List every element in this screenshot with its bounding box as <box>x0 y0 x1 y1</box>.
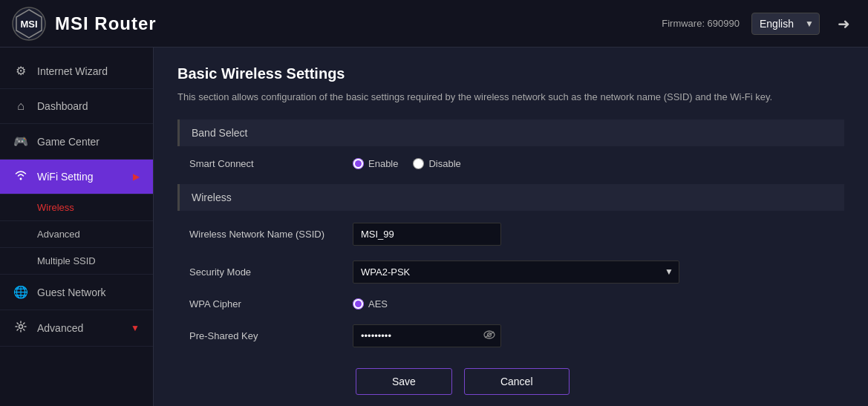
password-wrapper <box>353 324 501 347</box>
sidebar-label-guest-network: Guest Network <box>37 287 140 298</box>
dashboard-icon: ⌂ <box>13 99 28 113</box>
disable-label: Disable <box>428 158 460 169</box>
sidebar-label-wifi-setting: WiFi Setting <box>37 171 124 183</box>
disable-radio[interactable] <box>413 158 424 169</box>
security-mode-row: Security Mode WPA2-PSK WPA-PSK WEP None … <box>177 261 844 284</box>
language-dropdown[interactable]: English Chinese Spanish French <box>751 13 820 35</box>
header-right: Firmware: 690990 English Chinese Spanish… <box>662 12 856 36</box>
logout-icon: ➜ <box>838 16 850 32</box>
security-mode-select-wrapper: WPA2-PSK WPA-PSK WEP None ▼ <box>353 261 679 284</box>
sidebar: ⚙ Internet Wizard ⌂ Dashboard 🎮 Game Cen… <box>0 48 154 406</box>
wpa-cipher-radio-group: AES <box>353 298 388 310</box>
sidebar-item-internet-wizard[interactable]: ⚙ Internet Wizard <box>0 53 153 89</box>
firmware-label: Firmware: 690990 <box>662 18 740 29</box>
security-mode-select[interactable]: WPA2-PSK WPA-PSK WEP None <box>353 261 679 284</box>
enable-radio-label[interactable]: Enable <box>353 158 398 169</box>
msi-logo: MSI <box>12 7 46 41</box>
save-button[interactable]: Save <box>356 368 452 395</box>
svg-text:MSI: MSI <box>20 19 37 30</box>
logout-button[interactable]: ➜ <box>832 12 856 36</box>
advanced-chevron-icon: ▼ <box>131 323 140 333</box>
sidebar-subitem-multiple-ssid[interactable]: Multiple SSID <box>0 248 153 275</box>
pre-shared-key-label: Pre-Shared Key <box>189 330 353 341</box>
sidebar-label-internet-wizard: Internet Wizard <box>37 65 140 77</box>
password-input[interactable] <box>353 324 501 347</box>
band-select-section-header: Band Select <box>177 119 844 146</box>
logo: MSI MSI Router <box>12 7 157 41</box>
toggle-password-icon[interactable] <box>483 330 495 341</box>
main-layout: ⚙ Internet Wizard ⌂ Dashboard 🎮 Game Cen… <box>0 48 868 406</box>
ssid-label: Wireless Network Name (SSID) <box>189 229 353 240</box>
sidebar-label-game-center: Game Center <box>37 136 140 148</box>
sidebar-item-wifi-setting[interactable]: WiFi Setting ▶ <box>0 160 153 194</box>
sidebar-label-advanced: Advanced <box>37 322 122 334</box>
sidebar-item-advanced[interactable]: Advanced ▼ <box>0 310 153 347</box>
aes-radio[interactable] <box>353 298 364 310</box>
ssid-control <box>353 223 832 246</box>
language-selector[interactable]: English Chinese Spanish French ▼ <box>751 13 820 35</box>
app-title: MSI Router <box>55 13 157 34</box>
sidebar-subitem-advanced[interactable]: Advanced <box>0 221 153 248</box>
wpa-cipher-control: AES <box>353 298 832 310</box>
sidebar-label-dashboard: Dashboard <box>37 100 140 112</box>
enable-label: Enable <box>368 158 398 169</box>
security-mode-control: WPA2-PSK WPA-PSK WEP None ▼ <box>353 261 832 284</box>
wifi-icon <box>13 170 28 183</box>
button-row: Save Cancel <box>177 362 844 401</box>
aes-radio-label[interactable]: AES <box>353 298 388 310</box>
wpa-cipher-row: WPA Cipher AES <box>177 298 844 310</box>
wifi-submenu: Wireless Advanced Multiple SSID <box>0 194 153 275</box>
sidebar-subitem-wireless[interactable]: Wireless <box>0 194 153 221</box>
disable-radio-label[interactable]: Disable <box>413 158 460 169</box>
smart-connect-row: Smart Connect Enable Disable <box>177 158 844 169</box>
sidebar-item-game-center[interactable]: 🎮 Game Center <box>0 124 153 160</box>
game-center-icon: 🎮 <box>13 134 28 148</box>
aes-label: AES <box>368 298 388 310</box>
security-mode-label: Security Mode <box>189 266 353 278</box>
guest-network-icon: 🌐 <box>13 285 28 299</box>
smart-connect-radio-group: Enable Disable <box>353 158 461 169</box>
sidebar-item-dashboard[interactable]: ⌂ Dashboard <box>0 89 153 124</box>
sidebar-item-guest-network[interactable]: 🌐 Guest Network <box>0 275 153 310</box>
smart-connect-label: Smart Connect <box>189 158 353 169</box>
ssid-input[interactable] <box>353 223 501 246</box>
cancel-button[interactable]: Cancel <box>464 368 570 395</box>
page-title: Basic Wireless Settings <box>177 65 844 82</box>
enable-radio[interactable] <box>353 158 364 169</box>
smart-connect-control: Enable Disable <box>353 158 832 169</box>
content-area: Basic Wireless Settings This section all… <box>154 48 868 406</box>
wireless-section-header: Wireless <box>177 184 844 211</box>
svg-point-3 <box>19 325 23 329</box>
advanced-icon <box>13 321 28 335</box>
wpa-cipher-label: WPA Cipher <box>189 298 353 310</box>
pre-shared-key-control <box>353 324 832 347</box>
pre-shared-key-row: Pre-Shared Key <box>177 324 844 347</box>
header: MSI MSI Router Firmware: 690990 English … <box>0 0 868 48</box>
internet-wizard-icon: ⚙ <box>13 64 28 78</box>
wifi-chevron-icon: ▶ <box>133 171 140 182</box>
ssid-row: Wireless Network Name (SSID) <box>177 223 844 246</box>
page-description: This section allows configuration of the… <box>177 90 844 105</box>
